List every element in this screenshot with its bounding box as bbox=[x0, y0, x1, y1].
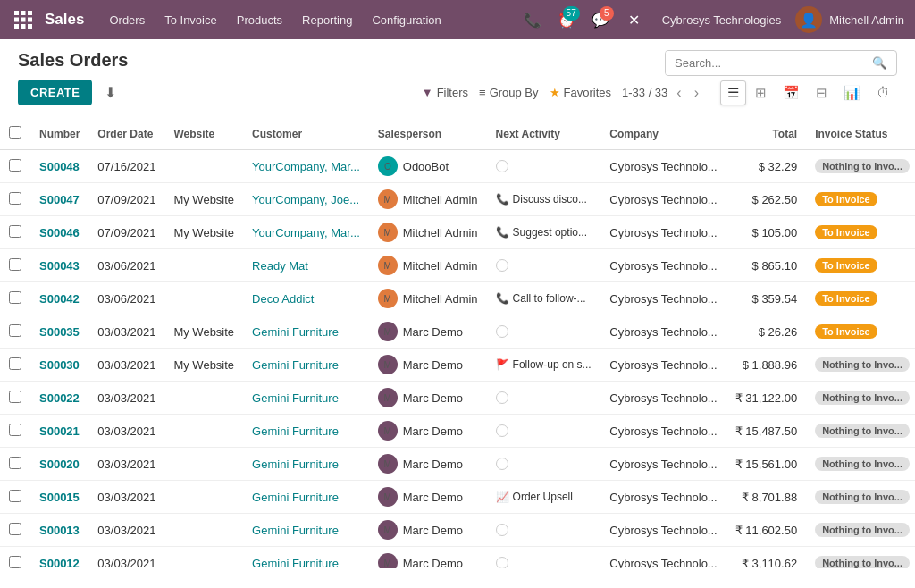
cell-customer[interactable]: Gemini Furniture bbox=[243, 481, 369, 514]
row-checkbox[interactable] bbox=[9, 391, 21, 403]
table-row[interactable]: S0004607/09/2021My WebsiteYourCompany, M… bbox=[0, 216, 915, 249]
list-view-button[interactable]: ☰ bbox=[720, 80, 746, 105]
favorites-button[interactable]: ★ Favorites bbox=[550, 86, 611, 99]
col-company[interactable]: Company bbox=[600, 118, 726, 150]
cell-customer[interactable]: YourCompany, Mar... bbox=[243, 150, 369, 183]
cell-number[interactable]: S00022 bbox=[30, 382, 88, 415]
cell-number[interactable]: S00046 bbox=[30, 216, 88, 249]
table-row[interactable]: S0003003/03/2021My WebsiteGemini Furnitu… bbox=[0, 349, 915, 382]
row-checkbox[interactable] bbox=[9, 357, 21, 370]
cell-number[interactable]: S00042 bbox=[30, 282, 88, 315]
search-button[interactable]: 🔍 bbox=[863, 51, 896, 75]
cell-number[interactable]: S00020 bbox=[30, 448, 88, 481]
table-row[interactable]: S0003503/03/2021My WebsiteGemini Furnitu… bbox=[0, 315, 915, 349]
create-button[interactable]: CREATE bbox=[18, 80, 92, 105]
cell-website bbox=[164, 382, 243, 415]
cell-number[interactable]: S00015 bbox=[30, 481, 88, 514]
row-checkbox[interactable] bbox=[9, 424, 21, 436]
cell-customer[interactable]: Gemini Furniture bbox=[243, 514, 369, 547]
cell-number[interactable]: S00043 bbox=[30, 249, 88, 282]
col-total[interactable]: Total bbox=[726, 118, 806, 150]
cell-company: Cybrosys Technolo... bbox=[600, 415, 726, 448]
cell-total: $ 32.29 bbox=[726, 150, 806, 183]
activity-view-button[interactable]: ⏱ bbox=[869, 80, 897, 105]
cell-number[interactable]: S00035 bbox=[30, 315, 88, 349]
row-checkbox[interactable] bbox=[9, 291, 21, 304]
table-row[interactable]: S0002003/03/2021Gemini FurnitureMMarc De… bbox=[0, 448, 915, 481]
cell-salesperson: OOdooBot bbox=[369, 150, 487, 183]
cell-number[interactable]: S00030 bbox=[30, 349, 88, 382]
cell-customer[interactable]: Gemini Furniture bbox=[243, 448, 369, 481]
chart-view-button[interactable]: 📊 bbox=[836, 80, 868, 105]
prev-page-button[interactable]: ‹ bbox=[673, 83, 684, 103]
cell-customer[interactable]: YourCompany, Joe... bbox=[243, 183, 369, 216]
col-number[interactable]: Number bbox=[30, 118, 88, 150]
page-title: Sales Orders bbox=[18, 50, 128, 71]
clock-badge-icon[interactable]: ⏰ 57 bbox=[553, 6, 580, 33]
nav-configuration[interactable]: Configuration bbox=[363, 8, 449, 32]
cell-customer[interactable]: Gemini Furniture bbox=[243, 315, 369, 349]
row-checkbox[interactable] bbox=[9, 159, 21, 172]
col-next-activity[interactable]: Next Activity bbox=[487, 118, 601, 150]
table-row[interactable]: S0002103/03/2021Gemini FurnitureMMarc De… bbox=[0, 415, 915, 448]
cell-number[interactable]: S00021 bbox=[30, 415, 88, 448]
svg-rect-7 bbox=[21, 24, 26, 29]
row-checkbox[interactable] bbox=[9, 225, 21, 238]
nav-products[interactable]: Products bbox=[228, 8, 291, 32]
cell-number[interactable]: S00013 bbox=[30, 514, 88, 547]
close-icon[interactable]: ✕ bbox=[621, 6, 648, 33]
nav-orders[interactable]: Orders bbox=[100, 8, 154, 32]
col-invoice-status[interactable]: Invoice Status bbox=[806, 118, 915, 150]
row-checkbox[interactable] bbox=[9, 523, 21, 535]
col-salesperson[interactable]: Salesperson bbox=[369, 118, 487, 150]
cell-invoice-status: Nothing to Invo... bbox=[806, 448, 915, 481]
table-row[interactable]: S0001303/03/2021Gemini FurnitureMMarc De… bbox=[0, 514, 915, 547]
cell-customer[interactable]: Deco Addict bbox=[243, 282, 369, 315]
cell-customer[interactable]: Gemini Furniture bbox=[243, 382, 369, 415]
row-checkbox[interactable] bbox=[9, 556, 21, 568]
nav-to-invoice[interactable]: To Invoice bbox=[155, 8, 226, 32]
next-page-button[interactable]: › bbox=[691, 83, 702, 103]
invoice-status-badge: Nothing to Invo... bbox=[815, 424, 910, 438]
table-row[interactable]: S0002203/03/2021Gemini FurnitureMMarc De… bbox=[0, 382, 915, 415]
salesperson-name: Marc Demo bbox=[403, 491, 463, 504]
nav-reporting[interactable]: Reporting bbox=[293, 8, 361, 32]
grid-view-button[interactable]: ⊟ bbox=[809, 80, 835, 105]
chat-badge-icon[interactable]: 💬 5 bbox=[587, 6, 614, 33]
cell-customer[interactable]: Gemini Furniture bbox=[243, 349, 369, 382]
cell-number[interactable]: S00048 bbox=[30, 150, 88, 183]
apps-icon[interactable] bbox=[11, 7, 36, 32]
cell-customer[interactable]: Gemini Furniture bbox=[243, 415, 369, 448]
phone-icon[interactable]: 📞 bbox=[519, 6, 546, 33]
download-button[interactable]: ⬇ bbox=[99, 80, 122, 105]
table-row[interactable]: S0004303/06/2021Ready MatMMitchell Admin… bbox=[0, 249, 915, 282]
cell-customer[interactable]: Gemini Furniture bbox=[243, 547, 369, 569]
brand-name: Sales bbox=[45, 11, 84, 29]
sales-orders-table: Number Order Date Website Customer Sales… bbox=[0, 118, 915, 568]
table-row[interactable]: S0004707/09/2021My WebsiteYourCompany, J… bbox=[0, 183, 915, 216]
group-by-button[interactable]: ≡ Group By bbox=[479, 86, 539, 99]
col-order-date[interactable]: Order Date bbox=[88, 118, 164, 150]
row-checkbox[interactable] bbox=[9, 490, 21, 502]
calendar-view-button[interactable]: 📅 bbox=[776, 80, 807, 105]
cell-number[interactable]: S00012 bbox=[30, 547, 88, 569]
row-checkbox[interactable] bbox=[9, 258, 21, 271]
table-row[interactable]: S0001503/03/2021Gemini FurnitureMMarc De… bbox=[0, 481, 915, 514]
filters-button[interactable]: ▼ Filters bbox=[422, 86, 468, 99]
cell-customer[interactable]: YourCompany, Mar... bbox=[243, 216, 369, 249]
row-checkbox[interactable] bbox=[9, 457, 21, 469]
col-customer[interactable]: Customer bbox=[243, 118, 369, 150]
cell-number[interactable]: S00047 bbox=[30, 183, 88, 216]
row-checkbox[interactable] bbox=[9, 192, 21, 205]
select-all-checkbox[interactable] bbox=[9, 126, 21, 139]
table-row[interactable]: S0004203/06/2021Deco AddictMMitchell Adm… bbox=[0, 282, 915, 315]
user-avatar[interactable]: 👤 bbox=[795, 6, 822, 33]
kanban-view-button[interactable]: ⊞ bbox=[748, 80, 774, 105]
cell-customer[interactable]: Ready Mat bbox=[243, 249, 369, 282]
cell-salesperson: MMarc Demo bbox=[369, 415, 487, 448]
search-input[interactable] bbox=[666, 51, 863, 75]
table-row[interactable]: S0001203/03/2021Gemini FurnitureMMarc De… bbox=[0, 547, 915, 569]
col-website[interactable]: Website bbox=[164, 118, 243, 150]
row-checkbox[interactable] bbox=[9, 324, 21, 337]
table-row[interactable]: S0004807/16/2021YourCompany, Mar...OOdoo… bbox=[0, 150, 915, 183]
